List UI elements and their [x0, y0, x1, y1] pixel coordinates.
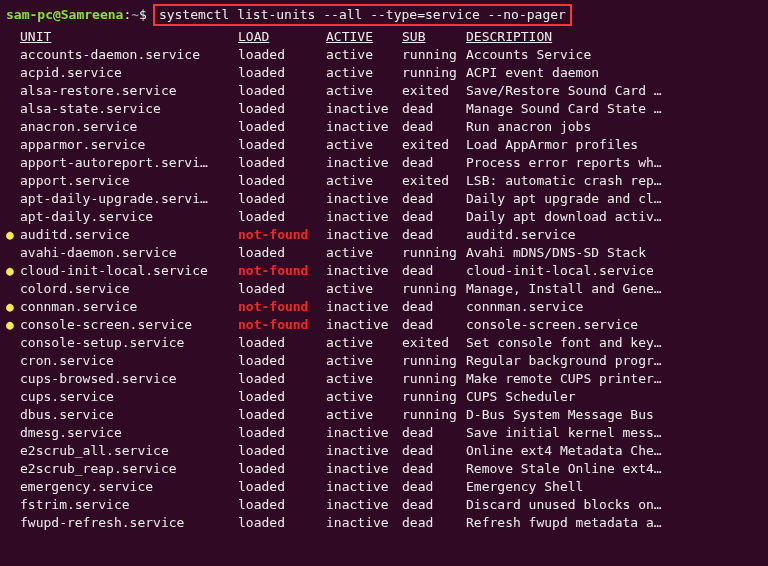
active-status: active	[326, 388, 402, 406]
load-status: loaded	[238, 406, 326, 424]
status-bullet-icon: ●	[6, 226, 20, 244]
unit-name: cron.service	[20, 352, 238, 370]
service-row: anacron.serviceloadedinactivedeadRun ana…	[6, 118, 762, 136]
load-status: loaded	[238, 352, 326, 370]
unit-name: apt-daily-upgrade.servi…	[20, 190, 238, 208]
description: Online ext4 Metadata Che…	[466, 442, 762, 460]
unit-name: alsa-state.service	[20, 100, 238, 118]
status-bullet-icon	[6, 82, 20, 100]
description: Daily apt download activ…	[466, 208, 762, 226]
sub-status: dead	[402, 478, 466, 496]
active-status: inactive	[326, 460, 402, 478]
active-status: active	[326, 244, 402, 262]
description: console-screen.service	[466, 316, 762, 334]
description: cloud-init-local.service	[466, 262, 762, 280]
active-status: inactive	[326, 478, 402, 496]
service-row: apt-daily.serviceloadedinactivedeadDaily…	[6, 208, 762, 226]
description: Regular background progr…	[466, 352, 762, 370]
status-bullet-icon	[6, 190, 20, 208]
prompt-colon: :	[123, 6, 131, 24]
service-row: cron.serviceloadedactiverunningRegular b…	[6, 352, 762, 370]
sub-status: exited	[402, 172, 466, 190]
active-status: inactive	[326, 190, 402, 208]
sub-status: running	[402, 244, 466, 262]
sub-status: running	[402, 370, 466, 388]
sub-status: running	[402, 64, 466, 82]
description: connman.service	[466, 298, 762, 316]
active-status: active	[326, 280, 402, 298]
unit-name: connman.service	[20, 298, 238, 316]
load-status: loaded	[238, 244, 326, 262]
service-row: fwupd-refresh.serviceloadedinactivedeadR…	[6, 514, 762, 532]
unit-name: e2scrub_all.service	[20, 442, 238, 460]
status-bullet-icon	[6, 118, 20, 136]
sub-status: exited	[402, 136, 466, 154]
header-active: ACTIVE	[326, 28, 402, 46]
active-status: inactive	[326, 262, 402, 280]
service-row: avahi-daemon.serviceloadedactiverunningA…	[6, 244, 762, 262]
prompt-path: ~	[131, 6, 139, 24]
active-status: active	[326, 64, 402, 82]
unit-name: cloud-init-local.service	[20, 262, 238, 280]
load-status: loaded	[238, 442, 326, 460]
description: Discard unused blocks on…	[466, 496, 762, 514]
unit-name: console-setup.service	[20, 334, 238, 352]
active-status: inactive	[326, 424, 402, 442]
sub-status: dead	[402, 514, 466, 532]
load-status: loaded	[238, 100, 326, 118]
description: Process error reports wh…	[466, 154, 762, 172]
unit-name: auditd.service	[20, 226, 238, 244]
sub-status: dead	[402, 424, 466, 442]
command-text[interactable]: systemctl list-units --all --type=servic…	[159, 7, 566, 22]
unit-name: dbus.service	[20, 406, 238, 424]
service-row: ●cloud-init-local.servicenot-foundinacti…	[6, 262, 762, 280]
status-bullet-icon	[6, 136, 20, 154]
description: LSB: automatic crash rep…	[466, 172, 762, 190]
unit-name: apport.service	[20, 172, 238, 190]
load-status: loaded	[238, 118, 326, 136]
active-status: inactive	[326, 496, 402, 514]
sub-status: dead	[402, 190, 466, 208]
status-bullet-icon	[6, 280, 20, 298]
load-status: loaded	[238, 64, 326, 82]
unit-name: acpid.service	[20, 64, 238, 82]
unit-name: cups.service	[20, 388, 238, 406]
active-status: inactive	[326, 442, 402, 460]
table-header: UNIT LOAD ACTIVE SUB DESCRIPTION	[6, 28, 762, 46]
unit-name: dmesg.service	[20, 424, 238, 442]
description: auditd.service	[466, 226, 762, 244]
sub-status: running	[402, 406, 466, 424]
active-status: inactive	[326, 208, 402, 226]
unit-name: apparmor.service	[20, 136, 238, 154]
service-list: accounts-daemon.serviceloadedactiverunni…	[6, 46, 762, 532]
service-row: acpid.serviceloadedactiverunningACPI eve…	[6, 64, 762, 82]
unit-name: cups-browsed.service	[20, 370, 238, 388]
unit-name: e2scrub_reap.service	[20, 460, 238, 478]
description: Set console font and key…	[466, 334, 762, 352]
load-status: loaded	[238, 388, 326, 406]
status-bullet-icon	[6, 370, 20, 388]
unit-name: colord.service	[20, 280, 238, 298]
status-bullet-icon	[6, 514, 20, 532]
active-status: inactive	[326, 118, 402, 136]
status-bullet-icon	[6, 208, 20, 226]
load-status: loaded	[238, 190, 326, 208]
description: CUPS Scheduler	[466, 388, 762, 406]
prompt-dollar: $	[139, 6, 147, 24]
sub-status: dead	[402, 442, 466, 460]
sub-status: dead	[402, 316, 466, 334]
status-bullet-icon	[6, 352, 20, 370]
service-row: fstrim.serviceloadedinactivedeadDiscard …	[6, 496, 762, 514]
status-bullet-icon	[6, 334, 20, 352]
description: Run anacron jobs	[466, 118, 762, 136]
service-row: emergency.serviceloadedinactivedeadEmerg…	[6, 478, 762, 496]
service-row: apt-daily-upgrade.servi…loadedinactivede…	[6, 190, 762, 208]
status-bullet-icon	[6, 478, 20, 496]
command-highlight-box: systemctl list-units --all --type=servic…	[153, 4, 572, 26]
service-row: apparmor.serviceloadedactiveexitedLoad A…	[6, 136, 762, 154]
unit-name: fstrim.service	[20, 496, 238, 514]
description: ACPI event daemon	[466, 64, 762, 82]
load-status: loaded	[238, 136, 326, 154]
active-status: inactive	[326, 154, 402, 172]
service-row: e2scrub_all.serviceloadedinactivedeadOnl…	[6, 442, 762, 460]
